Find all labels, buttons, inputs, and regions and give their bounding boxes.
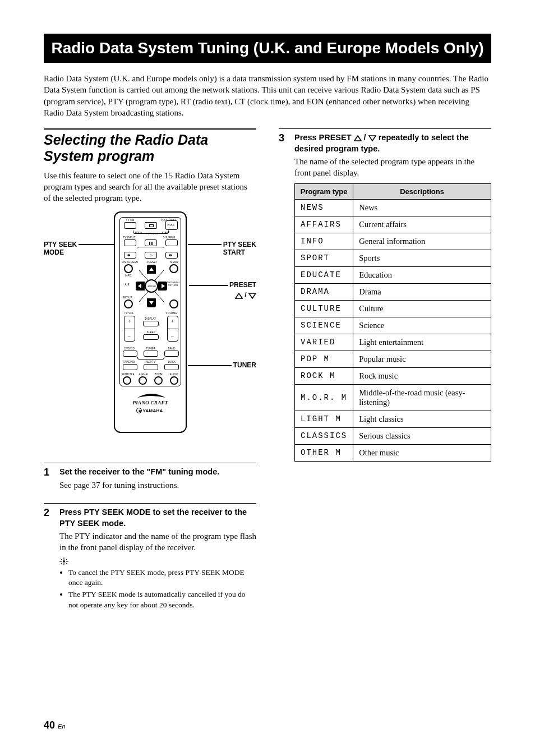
step-text: See page 37 for tuning instructions. (59, 480, 256, 491)
btn-play: ▷ (145, 252, 157, 259)
remote-body: TV ON PROG/TEXT PROG MODE PTY SEEK START… (114, 211, 187, 433)
step-title: Press PTY SEEK MODE to set the receiver … (59, 507, 256, 529)
tiny-preset: PRESET (147, 261, 158, 264)
step-bullets: To cancel the PTY SEEK mode, press PTY S… (59, 568, 256, 610)
tiny-ae: A-E (125, 283, 130, 286)
svg-line-4 (139, 292, 148, 302)
tip-icon (59, 557, 68, 568)
table-row: M.O.R. MMiddle-of-the-road music (easy-l… (295, 384, 491, 411)
btn-band (164, 351, 179, 357)
table-row: OTHER MOther music (295, 444, 491, 461)
btn-sleep (143, 334, 159, 340)
label-preset-triangles: / (235, 291, 256, 299)
leader-line (188, 365, 232, 366)
bullet-item: The PTY SEEK mode is automatically cance… (68, 589, 256, 610)
tiny-angle: ANGLE (139, 373, 148, 376)
label-pty-seek-start: PTY SEEK START (223, 241, 256, 257)
page-number: 40 En (44, 720, 66, 731)
tiny-audio: AUDIO (170, 373, 178, 376)
svg-marker-1 (249, 293, 256, 298)
swoosh-icon (136, 392, 167, 399)
btn-tapemd (123, 364, 137, 370)
btn-subtitle (123, 376, 131, 385)
table-row: LIGHT MLight classics (295, 411, 491, 427)
table-header: Program type (295, 183, 353, 199)
svg-line-10 (61, 559, 62, 560)
table-row: AFFAIRSCurrent affairs (295, 216, 491, 233)
btn-zoom (154, 376, 163, 385)
connector-sources (137, 357, 164, 359)
tiny-subtitle: SUBTITLE (122, 373, 135, 376)
step-number: 1 (44, 467, 52, 494)
btn-prev: ⏮ (124, 252, 136, 259)
rocker-tv-vol: + − (124, 316, 135, 342)
program-type-table: Program type Descriptions NEWSNews AFFAI… (294, 183, 491, 462)
btn-dock (164, 364, 179, 370)
dpad: ENTER (136, 265, 167, 307)
tiny-tapemd: TAPE/MD (123, 361, 135, 363)
btn-tuner (144, 351, 158, 357)
step-3: 3 Press PRESET / repeatedly to select th… (279, 128, 491, 462)
btn-angle (139, 376, 147, 385)
label-pty-seek-mode: PTY SEEK MODE (44, 241, 77, 257)
triangle-down-icon (368, 135, 376, 141)
table-row: ROCK MRock music (295, 367, 491, 384)
brand-yamaha: ✱ YAMAHA (136, 408, 163, 413)
tiny-zoom: ZOOM (155, 373, 163, 376)
tiny-volume: VOLUME (166, 312, 177, 315)
btn-return (169, 299, 178, 308)
tiny-tv-on: TV ON (126, 219, 135, 222)
svg-line-11 (66, 559, 67, 560)
step-text: The name of the selected program type ap… (294, 156, 491, 179)
btn-tv-on (124, 222, 136, 229)
tiny-tv-input: TV INPUT (123, 236, 136, 239)
svg-line-12 (61, 563, 62, 564)
svg-marker-15 (354, 136, 361, 141)
tiny-dock: DOCK (168, 361, 176, 363)
tiny-on-screen: ON SCREEN (122, 261, 139, 264)
svg-marker-16 (369, 136, 376, 141)
btn-pause (145, 239, 157, 246)
tiny-setup: SET UP (123, 296, 132, 299)
tiny-display: DISPLAY (145, 317, 156, 320)
tiny-auxtv: AUX/TV (146, 361, 155, 363)
table-row: INFOGeneral information (295, 233, 491, 250)
tiny-pty-seek: PTY SEEK (146, 232, 158, 235)
step-number: 2 (44, 507, 52, 612)
tiny-band: BAND (168, 347, 176, 350)
preset-tri-sep: / (245, 291, 248, 299)
table-row: CLASSICSSerious classics (295, 427, 491, 444)
table-row: CULTURECulture (295, 300, 491, 317)
btn-display (143, 321, 159, 326)
connector-row2 (137, 247, 164, 249)
btn-auxtv (144, 364, 158, 370)
label-tuner: TUNER (233, 362, 256, 370)
btn-audio (170, 376, 178, 385)
page-title-bar: Radio Data System Tuning (U.K. and Europ… (44, 34, 491, 63)
btn-dvdcd (123, 351, 137, 357)
table-row: POP MPopular music (295, 351, 491, 367)
table-row: DRAMADrama (295, 283, 491, 300)
triangle-up-icon (354, 135, 362, 141)
rocker-volume: + − (167, 316, 178, 342)
svg-line-5 (155, 292, 164, 302)
label-preset: PRESET (229, 282, 256, 289)
step-number: 3 (279, 132, 287, 462)
tiny-sleep: SLEEP (147, 331, 156, 334)
tiny-dvdcd: DVD/CD (124, 347, 135, 350)
table-row: NEWSNews (295, 199, 491, 216)
svg-line-2 (139, 270, 148, 280)
section-lead: Use this feature to select one of the 15… (44, 170, 256, 204)
btn-center-top (145, 222, 157, 229)
tiny-shuffle: SHUFFLE (163, 236, 176, 239)
step-title: Set the receiver to the "FM" tuning mode… (59, 467, 256, 478)
table-row: EDUCATEEducation (295, 266, 491, 283)
btn-next: ⏭ (165, 252, 178, 259)
tiny-mode: MODE (135, 231, 142, 234)
tiny-tuner: TUNER (146, 347, 156, 350)
btn-on-screen (124, 264, 133, 273)
btn-tv-input (124, 239, 136, 246)
bullet-item: To cancel the PTY SEEK mode, press PTY S… (68, 568, 256, 588)
step-text: The PTY indicator and the name of the pr… (59, 531, 256, 554)
tiny-tv-vol: TV VOL (124, 312, 134, 315)
